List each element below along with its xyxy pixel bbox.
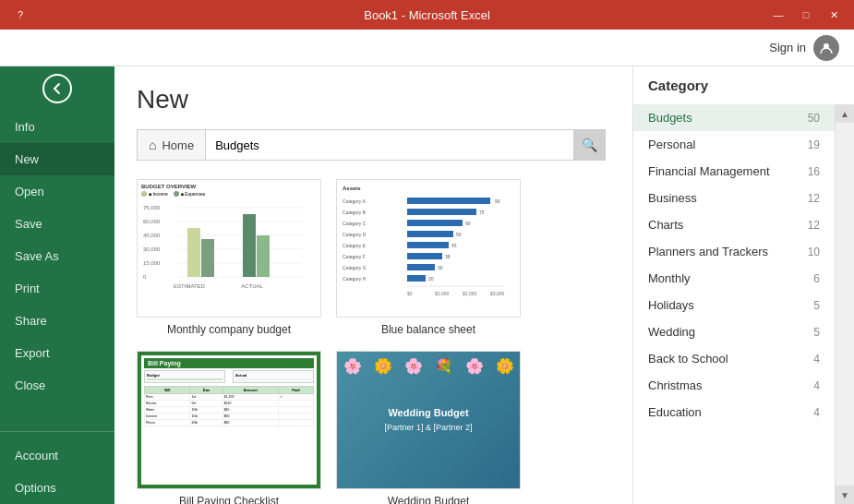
help-button[interactable]: ? <box>7 6 33 24</box>
svg-text:38: 38 <box>445 254 451 259</box>
sidebar-item-print[interactable]: Print <box>0 272 114 305</box>
category-item-business[interactable]: Business 12 <box>633 185 835 211</box>
svg-text:Category G: Category G <box>343 265 367 270</box>
wedding-flowers-decoration: 🌸🌼🌸💐🌸🌼 <box>337 352 520 379</box>
sidebar-item-options[interactable]: Options <box>0 472 114 504</box>
template-thumb-wedding: 🌸🌼🌸💐🌸🌼 Wedding Budget [Partner 1] & [Par… <box>336 351 521 489</box>
sidebar-item-save[interactable]: Save <box>0 208 114 240</box>
maximize-button[interactable]: □ <box>793 6 819 24</box>
svg-text:90: 90 <box>495 198 500 204</box>
sidebar-item-account[interactable]: Account <box>0 439 114 472</box>
category-item-budgets[interactable]: Budgets 50 <box>633 104 835 131</box>
page-title: New <box>137 85 610 114</box>
svg-text:45,000: 45,000 <box>143 233 161 238</box>
scroll-up-button[interactable]: ▲ <box>836 104 854 123</box>
category-item-education[interactable]: Education 4 <box>633 399 835 426</box>
sidebar-item-open[interactable]: Open <box>0 175 114 208</box>
template-thumb-monthly: BUDGET OVERVIEW ■ Income ■ Expenses 75,0… <box>137 179 321 318</box>
category-count-holidays: 5 <box>813 299 820 312</box>
svg-text:Category E: Category E <box>343 243 367 248</box>
sidebar: Info New Open Save Save As Print Share E… <box>0 66 114 504</box>
scroll-track <box>836 123 854 486</box>
svg-text:75,000: 75,000 <box>143 205 161 210</box>
wedding-template-text: Wedding Budget [Partner 1] & [Partner 2] <box>384 406 472 435</box>
category-count-wedding: 5 <box>813 326 820 339</box>
category-list: Budgets 50 Personal 19 Financial Managem… <box>633 104 835 504</box>
svg-rect-14 <box>201 239 214 277</box>
svg-text:30,000: 30,000 <box>143 246 161 252</box>
back-button[interactable] <box>0 66 114 111</box>
svg-text:$2,000: $2,000 <box>463 291 477 296</box>
category-label-planners: Planners and Trackers <box>648 245 768 258</box>
svg-text:Category H: Category H <box>343 276 367 282</box>
category-item-financial-management[interactable]: Financial Management 16 <box>633 158 835 185</box>
svg-text:$1,000: $1,000 <box>435 291 450 296</box>
category-item-personal[interactable]: Personal 19 <box>633 131 835 158</box>
category-item-holidays[interactable]: Holidays 5 <box>633 292 835 318</box>
category-item-back-school[interactable]: Back to School 4 <box>633 345 835 372</box>
minimize-button[interactable]: — <box>765 6 791 24</box>
category-item-christmas[interactable]: Christmas 4 <box>633 372 835 399</box>
sidebar-item-share[interactable]: Share <box>0 305 114 337</box>
template-wedding-budget[interactable]: 🌸🌼🌸💐🌸🌼 Wedding Budget [Partner 1] & [Par… <box>336 351 521 504</box>
svg-rect-26 <box>407 220 463 226</box>
svg-text:75: 75 <box>479 210 485 215</box>
svg-text:Category C: Category C <box>343 221 367 226</box>
sidebar-item-info[interactable]: Info <box>0 111 114 143</box>
svg-text:60: 60 <box>465 221 471 226</box>
category-label-holidays: Holidays <box>648 298 694 312</box>
category-item-wedding[interactable]: Wedding 5 <box>633 318 835 345</box>
svg-rect-32 <box>407 242 449 248</box>
svg-text:Category F: Category F <box>343 254 366 259</box>
category-label-education: Education <box>648 405 702 419</box>
category-scrollbar: ▲ ▼ <box>835 104 854 504</box>
svg-rect-35 <box>407 253 442 259</box>
category-label-wedding: Wedding <box>648 325 695 339</box>
sidebar-bottom: Account Options <box>0 424 114 504</box>
svg-rect-41 <box>407 275 426 282</box>
search-input[interactable] <box>205 129 574 161</box>
title-bar: ? Book1 - Microsoft Excel — □ ✕ <box>0 0 854 30</box>
template-label-bill: Bill Paying Checklist <box>137 495 321 504</box>
svg-rect-13 <box>187 228 200 277</box>
sidebar-item-new[interactable]: New <box>0 143 114 175</box>
svg-text:50: 50 <box>456 232 462 237</box>
svg-text:Category D: Category D <box>343 232 367 237</box>
sidebar-item-close[interactable]: Close <box>0 369 114 402</box>
scroll-down-button[interactable]: ▼ <box>836 486 854 504</box>
sidebar-item-export[interactable]: Export <box>0 337 114 369</box>
category-label-personal: Personal <box>648 138 695 151</box>
category-count-budgets: 50 <box>808 112 820 125</box>
svg-text:Category A: Category A <box>343 198 366 204</box>
template-thumb-bill: Bill Paying Budget Actual <box>137 351 321 489</box>
signin-button[interactable]: Sign in <box>769 35 839 61</box>
template-label-wedding: Wedding Budget <box>336 495 521 504</box>
category-count-back-school: 4 <box>813 353 820 366</box>
sidebar-item-save-as[interactable]: Save As <box>0 240 114 272</box>
search-button[interactable]: 🔍 <box>574 129 606 161</box>
template-blue-balance-sheet[interactable]: Assets Category A 90 Category B 75 Categ… <box>336 179 521 336</box>
main-layout: Info New Open Save Save As Print Share E… <box>0 66 854 504</box>
close-button[interactable]: ✕ <box>821 6 847 24</box>
svg-rect-16 <box>257 235 270 277</box>
home-button[interactable]: ⌂ Home <box>137 129 205 161</box>
svg-text:30: 30 <box>438 265 443 270</box>
category-item-planners[interactable]: Planners and Trackers 10 <box>633 238 835 265</box>
template-label-monthly: Monthly company budget <box>137 323 321 336</box>
svg-text:Category B: Category B <box>343 210 367 215</box>
category-label-christmas: Christmas <box>648 378 703 392</box>
template-monthly-company-budget[interactable]: BUDGET OVERVIEW ■ Income ■ Expenses 75,0… <box>137 179 321 336</box>
category-count-planners: 10 <box>808 246 820 258</box>
category-label-budgets: Budgets <box>648 111 692 125</box>
svg-text:$0: $0 <box>407 291 413 296</box>
category-label-back-school: Back to School <box>648 352 728 366</box>
template-thumb-balance: Assets Category A 90 Category B 75 Categ… <box>336 179 521 318</box>
template-bill-paying[interactable]: Bill Paying Budget Actual <box>137 351 321 504</box>
category-count-business: 12 <box>808 192 820 205</box>
category-label-charts: Charts <box>648 218 683 232</box>
category-item-charts[interactable]: Charts 12 <box>633 211 835 238</box>
category-item-monthly[interactable]: Monthly 6 <box>633 265 835 292</box>
category-count-financial: 16 <box>808 165 820 178</box>
svg-text:15,000: 15,000 <box>143 260 161 266</box>
back-circle[interactable] <box>42 74 72 103</box>
